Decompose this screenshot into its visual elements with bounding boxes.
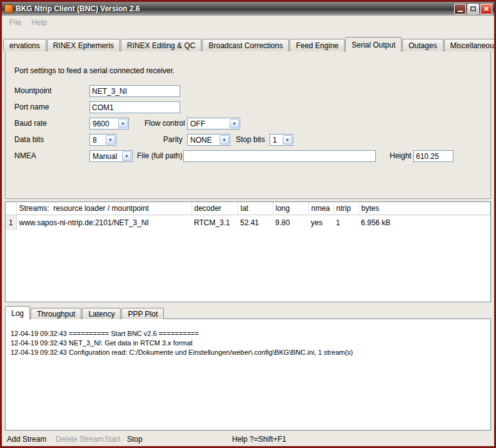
row-number-cell: 1: [6, 215, 16, 231]
cell-ntrip: 1: [333, 215, 358, 231]
cell-bytes: 6.956 kB: [358, 215, 490, 231]
chevron-down-icon: ▼: [283, 135, 292, 145]
mountpoint-label: Mountpoint: [14, 85, 51, 97]
column-header-mountpoint[interactable]: Streams: resource loader / mountpoint: [16, 202, 191, 215]
log-line: 12-04-19 09:32:43 NET_3_NI: Get data in …: [11, 339, 485, 348]
chevron-down-icon: ▼: [122, 151, 131, 161]
app-window: BKG Ntrip Client (BNC) Version 2.6 ✕ Fil…: [0, 0, 496, 448]
flow-control-select[interactable]: OFF ▼: [187, 118, 240, 130]
stop-bits-select[interactable]: 1 ▼: [270, 134, 293, 146]
chevron-down-icon: ▼: [220, 135, 229, 145]
baud-rate-select[interactable]: 9600 ▼: [89, 118, 129, 130]
stop-button[interactable]: Stop: [127, 435, 143, 444]
streams-header-row: Streams: resource loader / mountpoint de…: [6, 202, 490, 215]
streams-table: Streams: resource loader / mountpoint de…: [6, 202, 490, 230]
file-path-input[interactable]: [183, 150, 376, 162]
table-row[interactable]: 1 www.sapos-ni-ntrip.de:2101/NET_3_NI RT…: [6, 215, 490, 231]
parity-value: NONE: [188, 136, 212, 145]
nmea-value: Manual: [90, 152, 117, 161]
window-title: BKG Ntrip Client (BNC) Version 2.6: [16, 4, 454, 13]
app-icon: [4, 4, 13, 13]
column-header-lat[interactable]: lat: [238, 202, 273, 215]
menubar: File Help: [2, 16, 494, 29]
tab-outages[interactable]: Outages: [402, 39, 443, 51]
port-name-label: Port name: [14, 101, 49, 113]
mountpoint-input[interactable]: [89, 85, 180, 97]
cell-lat: 52.41: [238, 215, 273, 231]
tab-ppp-plot[interactable]: PPP Plot: [121, 308, 164, 319]
row-number-header: [6, 202, 16, 215]
cell-mountpoint: www.sapos-ni-ntrip.de:2101/NET_3_NI: [16, 215, 191, 231]
height-input[interactable]: [413, 150, 453, 162]
column-header-decoder[interactable]: decoder: [191, 202, 238, 215]
tab-serial-output[interactable]: Serial Output: [345, 37, 402, 52]
log-output[interactable]: 12-04-19 09:32:43 ========== Start BNC v…: [5, 318, 491, 430]
chevron-down-icon: ▼: [118, 119, 128, 128]
cell-nmea: yes: [308, 215, 333, 231]
cell-decoder: RTCM_3.1: [191, 215, 238, 231]
chevron-down-icon: ▼: [230, 119, 239, 128]
titlebar: BKG Ntrip Client (BNC) Version 2.6 ✕: [2, 2, 494, 16]
tab-broadcast-corrections[interactable]: Broadcast Corrections: [202, 39, 289, 51]
footer-bar: Add Stream Delete Stream Start Stop Help…: [2, 435, 494, 446]
close-button[interactable]: ✕: [480, 4, 492, 14]
baud-rate-label: Baud rate: [14, 118, 47, 130]
flow-control-label: Flow control: [144, 118, 185, 130]
parity-label: Parity: [163, 134, 183, 146]
stop-bits-label: Stop bits: [236, 134, 265, 146]
log-line: 12-04-19 09:32:43 Configuration read: C:…: [11, 348, 485, 357]
maximize-button[interactable]: [467, 4, 479, 14]
tab-log[interactable]: Log: [5, 306, 30, 320]
column-header-long[interactable]: long: [273, 202, 308, 215]
minimize-button[interactable]: [454, 4, 466, 14]
menu-file[interactable]: File: [6, 17, 25, 28]
data-bits-select[interactable]: 8 ▼: [89, 134, 116, 146]
data-bits-label: Data bits: [14, 134, 44, 146]
menu-help[interactable]: Help: [28, 17, 51, 28]
delete-stream-button[interactable]: Delete Stream: [56, 435, 104, 444]
port-name-input[interactable]: [89, 101, 180, 113]
tab-miscellaneous[interactable]: Miscellaneous: [444, 39, 496, 51]
start-button[interactable]: Start: [104, 435, 120, 444]
column-header-bytes[interactable]: bytes: [358, 202, 490, 215]
flow-control-value: OFF: [188, 120, 205, 128]
baud-rate-value: 9600: [90, 120, 109, 128]
tab-latency[interactable]: Latency: [82, 308, 121, 319]
streams-table-frame: Streams: resource loader / mountpoint de…: [5, 201, 491, 302]
tab-feed-engine[interactable]: Feed Engine: [290, 39, 345, 51]
chevron-down-icon: ▼: [106, 135, 115, 145]
log-line: 12-04-19 09:32:43 ========== Start BNC v…: [11, 329, 485, 339]
column-header-nmea[interactable]: nmea: [308, 202, 333, 215]
bottom-tabbar: Log Throughput Latency PPP Plot: [5, 305, 491, 319]
panel-description: Port settings to feed a serial connected…: [14, 66, 175, 75]
help-button[interactable]: Help ?=Shift+F1: [232, 435, 286, 444]
nmea-select[interactable]: Manual ▼: [89, 150, 133, 162]
tab-rinex-ephemeris[interactable]: RINEX Ephemeris: [47, 39, 120, 51]
data-bits-value: 8: [90, 136, 97, 145]
add-stream-button[interactable]: Add Stream: [7, 435, 46, 444]
window-controls: ✕: [454, 4, 492, 14]
column-header-ntrip[interactable]: ntrip: [333, 202, 358, 215]
tab-rinex-editing-qc[interactable]: RINEX Editing & QC: [121, 39, 201, 51]
cell-long: 9.80: [273, 215, 308, 231]
parity-select[interactable]: NONE ▼: [187, 134, 230, 146]
tab-throughput[interactable]: Throughput: [31, 308, 81, 319]
height-label: Height: [390, 150, 412, 162]
top-tabbar: ervations RINEX Ephemeris RINEX Editing …: [3, 36, 493, 51]
stop-bits-value: 1: [270, 136, 277, 145]
file-path-label: File (full path): [137, 150, 183, 162]
serial-output-panel: Port settings to feed a serial connected…: [5, 51, 491, 199]
tab-observations[interactable]: ervations: [3, 39, 46, 51]
nmea-label: NMEA: [14, 150, 36, 162]
